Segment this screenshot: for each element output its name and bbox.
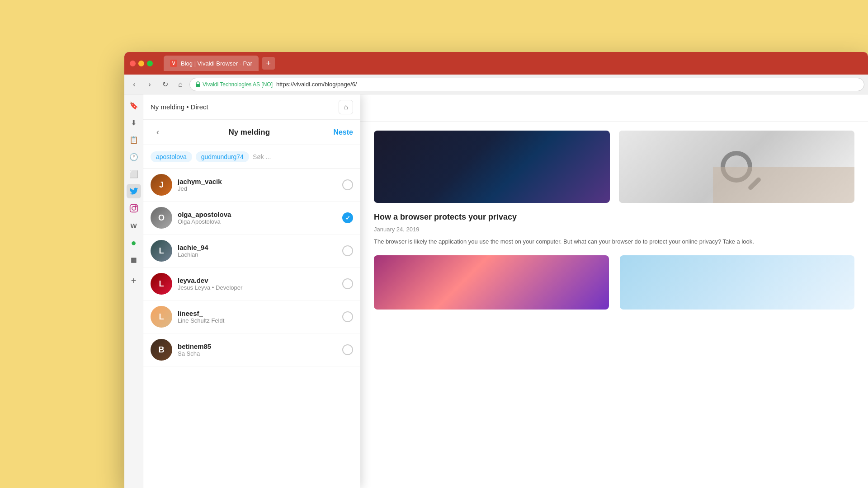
list-item[interactable]: L lachie_94 Lachlan	[143, 235, 360, 267]
article-title: How a browser protects your privacy	[374, 212, 854, 222]
panel-header: Ny melding • Direct ⌂	[143, 94, 360, 120]
search-placeholder: Søk ...	[253, 153, 271, 160]
add-sidebar-button[interactable]: +	[127, 273, 141, 288]
title-bar: V Blog | Vivaldi Browser - Par +	[124, 52, 868, 75]
next-button[interactable]: Neste	[333, 128, 353, 136]
list-item[interactable]: L leyva.dev Jesus Leyva • Developer	[143, 267, 360, 300]
contact-info: olga_apostolova Olga Apostolova	[178, 211, 337, 225]
twitter-icon[interactable]	[127, 184, 141, 198]
notes-icon[interactable]: 📋	[127, 132, 141, 147]
contact-handle: betinem85	[178, 343, 337, 350]
recipient-tag-apostolova[interactable]: apostolova	[151, 151, 192, 162]
list-item[interactable]: J jachym_vacik Jed	[143, 169, 360, 202]
svg-rect-0	[196, 84, 200, 87]
forward-button[interactable]: ›	[143, 78, 156, 91]
contact-name: Olga Apostolova	[178, 218, 337, 225]
check-circle[interactable]	[342, 179, 353, 190]
panel-header-title: Ny melding • Direct	[151, 103, 333, 111]
home-button[interactable]: ⌂	[174, 78, 187, 91]
brand-icon[interactable]: ▦	[127, 253, 141, 267]
bookmark-icon[interactable]: 🔖	[127, 98, 141, 113]
contact-name: Jed	[178, 185, 337, 192]
check-circle[interactable]	[342, 245, 353, 256]
list-item[interactable]: O olga_apostolova Olga Apostolova	[143, 202, 360, 235]
minimize-button[interactable]	[138, 61, 144, 66]
panels-icon[interactable]: ⬜	[127, 167, 141, 181]
ssl-org: Vivaldi Technologies AS [NO]	[203, 81, 273, 88]
contact-handle: lachie_94	[178, 244, 337, 251]
article-date: January 24, 2019	[374, 226, 854, 233]
url-text: https://vivaldi.com/blog/page/6/	[276, 81, 357, 88]
reload-button[interactable]: ↻	[159, 78, 171, 91]
tab-favicon: V	[170, 60, 177, 67]
contact-handle: jachym_vacik	[178, 178, 337, 185]
browser-window: V Blog | Vivaldi Browser - Par + ‹ › ↻ ⌂…	[124, 52, 868, 488]
contact-info: leyva.dev Jesus Leyva • Developer	[178, 277, 337, 291]
bottom-articles	[374, 255, 854, 310]
svg-point-3	[135, 206, 137, 207]
contact-name: Sa Scha	[178, 350, 337, 357]
compose-header: ‹ Ny melding Neste	[143, 120, 360, 145]
svg-point-2	[132, 206, 135, 210]
avatar: L	[151, 306, 172, 328]
overlay-panel: Ny melding • Direct ⌂ ‹ Ny melding Neste…	[143, 94, 360, 488]
compose-title: Ny melding	[228, 128, 270, 137]
check-circle[interactable]	[342, 311, 353, 322]
contact-name: Lachlan	[178, 251, 337, 258]
list-item[interactable]: B betinem85 Sa Scha	[143, 333, 360, 366]
contact-handle: leyva.dev	[178, 277, 337, 284]
contact-handle: olga_apostolova	[178, 211, 337, 218]
contact-info: betinem85 Sa Scha	[178, 343, 337, 357]
new-tab-button[interactable]: +	[262, 57, 275, 70]
check-circle-checked[interactable]	[342, 212, 353, 223]
instagram-icon[interactable]	[127, 201, 141, 216]
list-item[interactable]: L lineesf_ Line Schultz Feldt	[143, 300, 360, 333]
contact-list: J jachym_vacik Jed O	[143, 169, 360, 488]
recipients-bar: apostolova gudmundurg74 Søk ...	[143, 145, 360, 169]
contact-name: Jesus Leyva • Developer	[178, 284, 337, 291]
contact-info: lachie_94 Lachlan	[178, 244, 337, 258]
browser-sidebar: 🔖 ⬇ 📋 🕐 ⬜ W ● ▦ +	[124, 94, 143, 488]
tab-area: V Blog | Vivaldi Browser - Par +	[164, 56, 863, 71]
maximize-button[interactable]	[147, 61, 153, 66]
download-icon[interactable]: ⬇	[127, 115, 141, 130]
recipient-tag-gudmundurg74[interactable]: gudmundurg74	[196, 151, 249, 162]
contact-handle: lineesf_	[178, 310, 337, 317]
history-icon[interactable]: 🕐	[127, 150, 141, 164]
article-section: How a browser protects your privacy Janu…	[360, 122, 868, 488]
active-tab[interactable]: V Blog | Vivaldi Browser - Par	[164, 56, 259, 71]
avatar: L	[151, 273, 172, 295]
content-area: 🔖 ⬇ 📋 🕐 ⬜ W ● ▦ + News ▾	[124, 94, 868, 488]
nav-bar: ‹ › ↻ ⌂ Vivaldi Technologies AS [NO] htt…	[124, 75, 868, 94]
page-content: News ▾ Help ▾ Community ▾ About ▾	[143, 94, 868, 488]
article-excerpt: The browser is likely the application yo…	[374, 237, 854, 246]
url-bar[interactable]: Vivaldi Technologies AS [NO] https://viv…	[189, 78, 864, 91]
contact-info: lineesf_ Line Schultz Feldt	[178, 310, 337, 324]
avatar: O	[151, 207, 172, 229]
traffic-lights	[130, 61, 153, 66]
feedly-icon[interactable]: ●	[127, 235, 141, 250]
wikipedia-icon[interactable]: W	[127, 218, 141, 233]
contact-info: jachym_vacik Jed	[178, 178, 337, 192]
check-circle[interactable]	[342, 278, 353, 289]
close-button[interactable]	[130, 61, 136, 66]
back-button[interactable]: ‹	[128, 78, 141, 91]
avatar: B	[151, 339, 172, 361]
check-circle[interactable]	[342, 344, 353, 355]
panel-home-button[interactable]: ⌂	[339, 100, 353, 114]
contact-name: Line Schultz Feldt	[178, 317, 337, 324]
tab-title: Blog | Vivaldi Browser - Par	[181, 60, 252, 67]
ssl-badge: Vivaldi Technologies AS [NO]	[195, 81, 273, 88]
avatar: J	[151, 174, 172, 196]
avatar: L	[151, 240, 172, 262]
back-button[interactable]: ‹	[151, 125, 165, 140]
